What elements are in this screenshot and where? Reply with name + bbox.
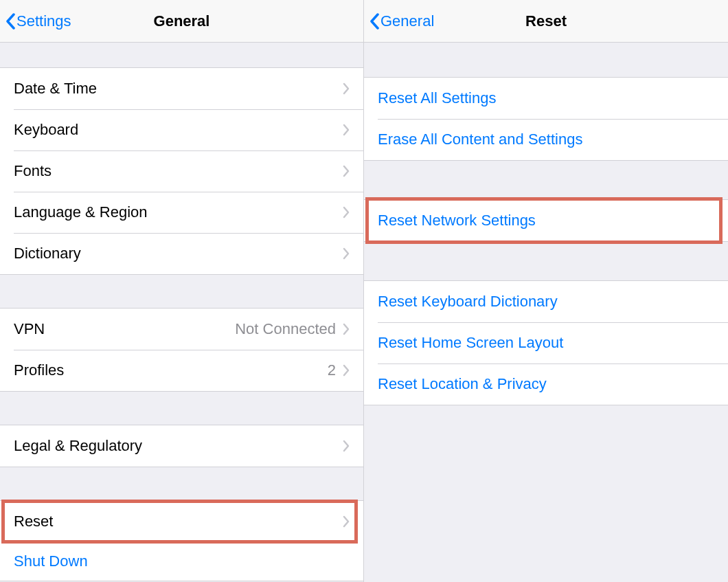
reset-settings-pane: General Reset Reset All Settings Erase A…	[364, 0, 728, 582]
row-value: Not Connected	[235, 320, 336, 338]
group-vpn-profiles: VPN Not Connected Profiles 2	[0, 308, 363, 392]
chevron-left-icon	[5, 13, 15, 30]
row-label: Reset All Settings	[378, 89, 714, 107]
nav-bar: General Reset	[364, 0, 728, 43]
row-label: Fonts	[14, 162, 343, 180]
row-vpn[interactable]: VPN Not Connected	[0, 309, 363, 350]
group-reset-all: Reset All Settings Erase All Content and…	[364, 77, 728, 161]
row-reset[interactable]: Reset	[0, 501, 363, 542]
row-profiles[interactable]: Profiles 2	[0, 350, 363, 391]
row-reset-all-settings[interactable]: Reset All Settings	[364, 78, 728, 119]
group-legal: Legal & Regulatory	[0, 425, 363, 467]
general-settings-pane: Settings General Date & Time Keyboard Fo…	[0, 0, 364, 582]
chevron-right-icon	[343, 440, 350, 452]
row-label: Dictionary	[14, 245, 343, 262]
chevron-right-icon	[343, 165, 350, 177]
row-label: VPN	[14, 320, 235, 338]
row-dictionary[interactable]: Dictionary	[0, 233, 363, 274]
chevron-right-icon	[343, 515, 350, 528]
chevron-left-icon	[369, 13, 379, 30]
row-label: Shut Down	[14, 552, 350, 570]
row-label: Profiles	[14, 361, 328, 379]
group-spacer	[364, 161, 728, 199]
group-spacer	[0, 467, 363, 500]
row-fonts[interactable]: Fonts	[0, 150, 363, 192]
row-label: Reset Home Screen Layout	[378, 334, 714, 352]
row-label: Erase All Content and Settings	[378, 131, 714, 148]
group-reset-shutdown: Reset Shut Down	[0, 500, 363, 581]
page-title: Reset	[525, 12, 567, 30]
row-language-region[interactable]: Language & Region	[0, 192, 363, 233]
row-keyboard[interactable]: Keyboard	[0, 109, 363, 150]
row-legal-regulatory[interactable]: Legal & Regulatory	[0, 425, 363, 467]
row-label: Language & Region	[14, 203, 343, 221]
group-spacer	[0, 43, 363, 67]
group-reset-network: Reset Network Settings	[364, 199, 728, 242]
row-label: Reset Location & Privacy	[378, 375, 714, 393]
row-reset-location-privacy[interactable]: Reset Location & Privacy	[364, 363, 728, 405]
row-label: Reset Keyboard Dictionary	[378, 293, 714, 311]
page-title: General	[154, 12, 210, 30]
row-reset-keyboard-dictionary[interactable]: Reset Keyboard Dictionary	[364, 281, 728, 322]
row-reset-home-screen-layout[interactable]: Reset Home Screen Layout	[364, 322, 728, 363]
row-label: Reset Network Settings	[378, 212, 714, 230]
chevron-right-icon	[343, 82, 350, 95]
row-erase-all-content[interactable]: Erase All Content and Settings	[364, 119, 728, 160]
chevron-right-icon	[343, 323, 350, 335]
row-label: Date & Time	[14, 80, 343, 98]
chevron-right-icon	[343, 124, 350, 136]
row-value: 2	[328, 361, 336, 379]
row-date-time[interactable]: Date & Time	[0, 68, 363, 109]
row-reset-network-settings[interactable]: Reset Network Settings	[364, 200, 728, 241]
back-label: General	[380, 12, 434, 30]
row-shut-down[interactable]: Shut Down	[0, 542, 363, 581]
row-label: Reset	[14, 513, 343, 530]
chevron-right-icon	[343, 247, 350, 260]
back-button-general[interactable]: General	[369, 12, 434, 30]
back-button-settings[interactable]: Settings	[5, 12, 71, 30]
group-reset-other: Reset Keyboard Dictionary Reset Home Scr…	[364, 280, 728, 405]
chevron-right-icon	[343, 206, 350, 219]
chevron-right-icon	[343, 364, 350, 377]
group-spacer	[0, 275, 363, 308]
row-label: Keyboard	[14, 121, 343, 139]
group-spacer	[364, 43, 728, 77]
group-spacer	[0, 392, 363, 425]
back-label: Settings	[16, 12, 71, 30]
nav-bar: Settings General	[0, 0, 363, 43]
row-label: Legal & Regulatory	[14, 437, 343, 455]
group-date-keyboard: Date & Time Keyboard Fonts Language & Re…	[0, 67, 363, 275]
group-spacer	[364, 242, 728, 280]
